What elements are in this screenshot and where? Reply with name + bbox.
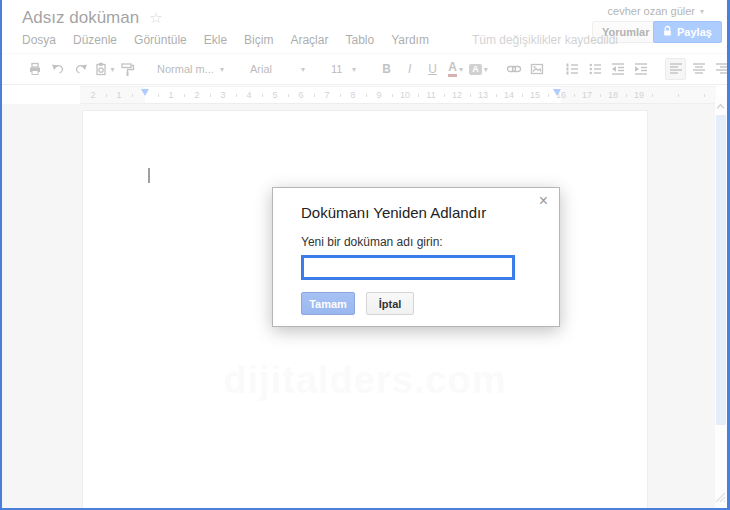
dialog-title: Dokümanı Yeniden Adlandır [301, 204, 486, 221]
ok-button[interactable]: Tamam [301, 292, 355, 315]
cancel-button[interactable]: İptal [366, 292, 414, 315]
dialog-label: Yeni bir doküman adı girin: [301, 235, 443, 249]
close-icon[interactable]: × [539, 193, 548, 209]
document-name-input[interactable] [301, 255, 515, 280]
window-frame [0, 0, 2, 510]
google-docs-window: { "header": { "title": "Adsız doküman", … [0, 0, 730, 510]
rename-dialog: × Dokümanı Yeniden Adlandır Yeni bir dok… [272, 187, 560, 327]
